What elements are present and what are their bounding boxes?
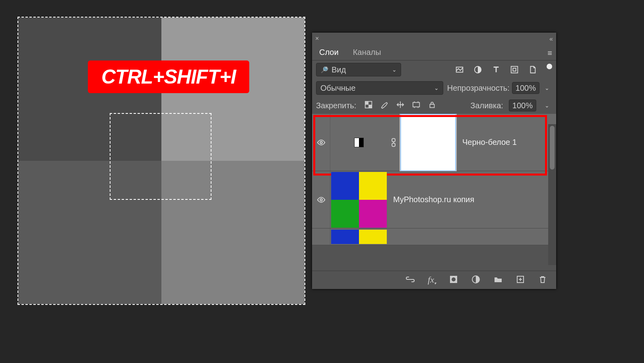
svg-rect-8 <box>430 104 435 107</box>
add-adjustment-icon[interactable] <box>471 275 481 286</box>
filter-text-icon[interactable] <box>492 65 500 74</box>
lock-artboard-icon[interactable] <box>412 100 421 111</box>
layer-row[interactable] <box>312 228 556 245</box>
blend-mode-select[interactable]: Обычные ⌄ <box>316 81 443 95</box>
canvas-quadrant <box>18 161 161 304</box>
layer-thumbnail[interactable] <box>331 230 387 244</box>
chevron-down-icon[interactable]: ⌄ <box>542 102 552 109</box>
svg-rect-5 <box>369 105 372 108</box>
layers-panel: × « Слои Каналы ≡ 🔍 Вид ⌄ Обычные ⌄ Непр… <box>312 33 556 289</box>
svg-point-9 <box>320 141 322 144</box>
filter-shape-icon[interactable] <box>510 65 519 74</box>
filter-pixel-icon[interactable] <box>455 65 464 74</box>
panel-tabs: Слои Каналы ≡ <box>312 45 556 60</box>
eye-icon <box>317 138 326 147</box>
fill-label: Заливка: <box>470 101 503 110</box>
layer-fx-icon[interactable]: fx▾ <box>428 275 436 285</box>
hotkey-overlay: CTRL+SHIFT+I <box>88 60 249 93</box>
panel-menu-icon[interactable]: ≡ <box>547 49 552 58</box>
link-layers-icon[interactable] <box>405 275 415 286</box>
fill-value[interactable]: 100% <box>509 100 536 111</box>
svg-point-13 <box>320 199 322 201</box>
panel-titlebar[interactable]: × « <box>312 33 556 45</box>
filter-adjustment-icon[interactable] <box>473 65 482 74</box>
layer-name[interactable]: MyPhotoshop.ru копия <box>388 195 474 204</box>
scrollbar-thumb[interactable] <box>550 126 555 170</box>
document-canvas[interactable]: CTRL+SHIFT+I <box>18 18 305 304</box>
filter-select-label: Вид <box>332 65 346 74</box>
svg-rect-11 <box>392 143 395 146</box>
layer-thumbnail[interactable] <box>330 114 388 171</box>
new-group-icon[interactable] <box>493 275 503 286</box>
filter-toggle[interactable] <box>547 64 552 69</box>
lock-position-icon[interactable] <box>396 100 405 111</box>
search-icon: 🔍 <box>320 66 328 74</box>
eye-icon <box>317 195 326 204</box>
filter-smartobject-icon[interactable] <box>528 65 537 74</box>
chevron-down-icon: ⌄ <box>434 85 439 91</box>
scrollbar[interactable] <box>548 124 556 265</box>
lock-paint-icon[interactable] <box>380 100 389 111</box>
layers-list: Черно-белое 1 MyPhotoshop.ru копия <box>312 114 556 256</box>
delete-layer-icon[interactable] <box>538 275 547 286</box>
layers-footer: fx▾ <box>312 271 556 289</box>
chevron-down-icon[interactable]: ⌄ <box>542 82 552 94</box>
svg-rect-7 <box>413 102 420 107</box>
layer-mask-thumbnail[interactable] <box>400 114 457 171</box>
visibility-toggle[interactable] <box>312 114 330 171</box>
layer-filter-select[interactable]: 🔍 Вид ⌄ <box>316 63 401 76</box>
tab-channels[interactable]: Каналы <box>346 45 388 60</box>
svg-rect-10 <box>392 139 395 142</box>
hotkey-label: CTRL+SHIFT+I <box>101 66 236 88</box>
chevron-down-icon: ⌄ <box>392 66 397 73</box>
lock-all-icon[interactable] <box>428 100 436 111</box>
tab-layers[interactable]: Слои <box>312 45 346 60</box>
layer-row[interactable]: Черно-белое 1 <box>312 114 556 171</box>
add-mask-icon[interactable] <box>449 275 458 286</box>
collapse-icon[interactable]: « <box>549 35 553 43</box>
svg-rect-4 <box>365 101 369 104</box>
layer-thumbnail[interactable] <box>330 171 388 228</box>
svg-rect-2 <box>511 66 518 73</box>
blend-mode-label: Обычные <box>320 84 355 93</box>
lock-label: Закрепить: <box>316 101 356 110</box>
layer-row[interactable]: MyPhotoshop.ru копия <box>312 171 556 228</box>
lock-transparency-icon[interactable] <box>364 100 373 111</box>
mask-link-icon[interactable] <box>388 138 400 147</box>
visibility-toggle[interactable] <box>312 228 330 245</box>
opacity-value[interactable]: 100% <box>512 82 539 94</box>
adjustment-bw-icon <box>354 138 364 147</box>
close-icon[interactable]: × <box>315 35 319 42</box>
canvas-quadrant <box>161 161 305 304</box>
svg-point-15 <box>452 277 456 281</box>
opacity-label: Непрозрачность: <box>447 84 510 93</box>
layer-name[interactable]: Черно-белое 1 <box>457 138 517 147</box>
visibility-toggle[interactable] <box>312 171 330 228</box>
svg-rect-3 <box>513 68 516 71</box>
new-layer-icon[interactable] <box>516 275 525 286</box>
